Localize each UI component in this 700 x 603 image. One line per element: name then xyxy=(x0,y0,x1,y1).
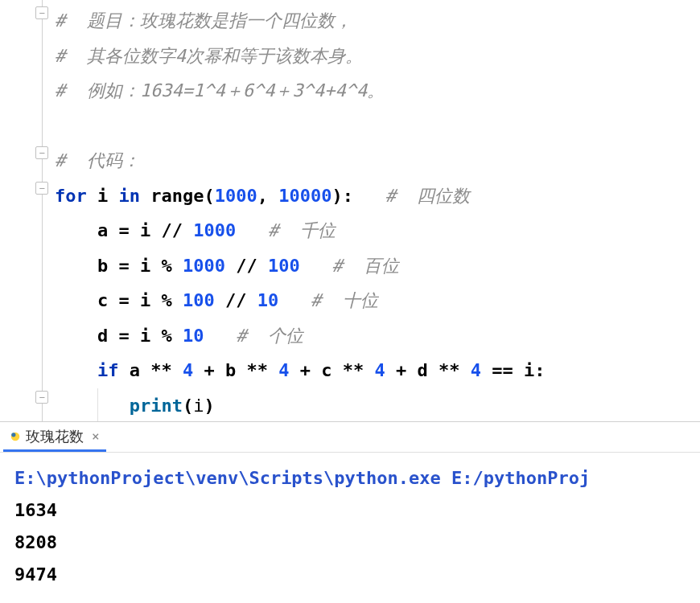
builtin-print: print xyxy=(130,396,183,416)
number-literal: 10000 xyxy=(278,186,331,206)
comment: # 百位 xyxy=(331,256,399,276)
output-line: 1634 xyxy=(14,500,57,520)
comment: # 例如：1634=1^4＋6^4＋3^4+4^4。 xyxy=(55,80,385,100)
number-literal: 10 xyxy=(183,326,204,346)
comment: # 四位数 xyxy=(385,186,471,206)
variable: i xyxy=(97,186,108,206)
comment: # 千位 xyxy=(268,220,336,240)
floordiv-operator: // xyxy=(161,220,183,240)
variable: a xyxy=(97,220,108,240)
fold-marker-collapse-icon[interactable]: − xyxy=(35,6,48,19)
builtin-range: range xyxy=(150,186,204,206)
close-icon[interactable]: × xyxy=(92,429,100,444)
variable: b xyxy=(97,256,108,276)
number-literal: 100 xyxy=(183,290,215,310)
number-literal: 1000 xyxy=(215,186,257,206)
number-literal: 10 xyxy=(257,290,279,310)
output-line: 9474 xyxy=(14,564,57,585)
run-tab-label: 玫瑰花数 xyxy=(26,427,84,446)
mod-operator: % xyxy=(161,290,171,310)
keyword-if: if xyxy=(97,360,119,380)
mod-operator: % xyxy=(161,326,171,346)
comment: # 代码： xyxy=(55,150,140,170)
number-literal: 100 xyxy=(268,256,300,276)
fold-marker-collapse-icon[interactable]: − xyxy=(35,146,48,159)
output-line: 8208 xyxy=(14,532,57,552)
run-panel: 玫瑰花数 × E:\pythonProject\venv\Scripts\pyt… xyxy=(0,421,700,603)
comment: # 十位 xyxy=(311,290,378,310)
variable: i xyxy=(140,220,150,240)
floordiv-operator: // xyxy=(225,290,247,310)
run-tab-bar: 玫瑰花数 × xyxy=(0,422,700,453)
keyword-in: in xyxy=(119,186,141,206)
svg-point-1 xyxy=(11,433,15,437)
floordiv-operator: // xyxy=(236,256,257,276)
editor-gutter: − − − − xyxy=(0,0,48,421)
variable: i xyxy=(140,326,150,346)
keyword-for: for xyxy=(55,186,87,206)
number-literal: 1000 xyxy=(193,220,236,240)
code-content[interactable]: # 题目：玫瑰花数是指一个四位数， # 其各位数字4次幂和等于该数本身。 # 例… xyxy=(48,0,700,421)
number-literal: 1000 xyxy=(183,256,225,276)
fold-marker-collapse-icon[interactable]: − xyxy=(35,182,48,195)
variable: c xyxy=(97,290,108,310)
variable: i xyxy=(140,290,150,310)
comment: # 其各位数字4次幂和等于该数本身。 xyxy=(55,46,363,66)
variable: i xyxy=(140,256,150,276)
comment: # 个位 xyxy=(236,326,303,346)
variable: d xyxy=(97,326,108,346)
fold-marker-collapse-icon[interactable]: − xyxy=(35,391,48,404)
comment: # 题目：玫瑰花数是指一个四位数， xyxy=(55,10,352,31)
fold-guide-line xyxy=(42,0,43,421)
terminal-output[interactable]: E:\pythonProject\venv\Scripts\python.exe… xyxy=(0,453,700,601)
mod-operator: % xyxy=(161,256,171,276)
run-tab[interactable]: 玫瑰花数 × xyxy=(3,424,106,452)
terminal-command: E:\pythonProject\venv\Scripts\python.exe… xyxy=(14,468,590,488)
code-editor: − − − − # 题目：玫瑰花数是指一个四位数， # 其各位数字4次幂和等于该… xyxy=(0,0,700,421)
python-icon xyxy=(10,431,21,442)
